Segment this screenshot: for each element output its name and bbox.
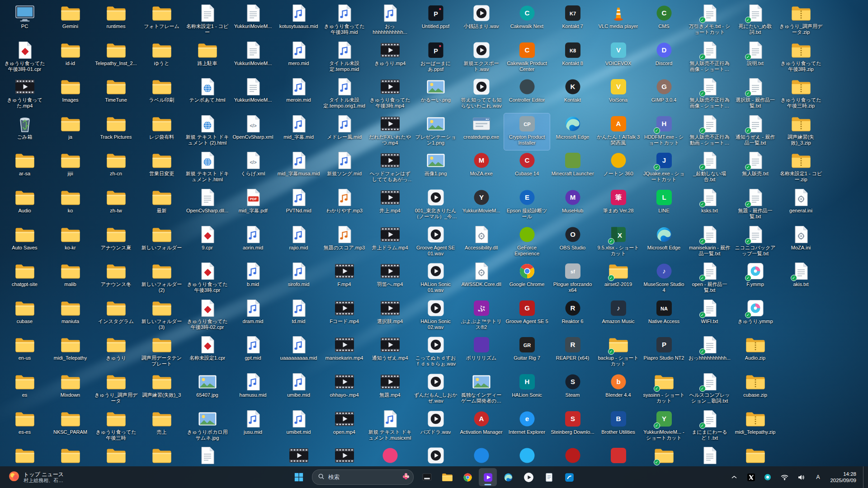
desktop-icon[interactable]: ✓WIFI.txt xyxy=(687,298,732,335)
desktop-icon[interactable]: ar-sa xyxy=(2,150,47,187)
desktop-icon[interactable]: きゅうり_調声用データ xyxy=(93,371,139,408)
desktop-icon[interactable]: アナウンス冬 xyxy=(93,261,139,298)
desktop-icon[interactable]: aorin.mid xyxy=(230,224,276,261)
desktop-icon[interactable] xyxy=(595,445,641,469)
desktop-icon[interactable]: GGroove Agent SE 5 xyxy=(504,298,550,335)
search-highlight-icon[interactable] xyxy=(401,472,410,483)
desktop-icon[interactable]: ヘッドフォンはずしててもあがった.mp4 xyxy=(367,150,413,187)
desktop-icon[interactable]: umibet.mid xyxy=(276,408,321,446)
desktop-icon[interactable]: 調声用データテンプレート xyxy=(139,334,184,371)
desktop-icon[interactable]: ✓ヘルスコンプレッション＿歌詞.txt xyxy=(687,371,732,408)
desktop-icon[interactable]: 通知うぜえ.mp4 xyxy=(367,334,413,371)
desktop-icon[interactable]: HHALion Sonic xyxy=(504,371,550,408)
taskbar-google-chrome[interactable] xyxy=(458,468,476,486)
desktop-icon[interactable]: ✓manisekarin - 親作品一覧.txt xyxy=(687,224,732,261)
desktop-icon[interactable]: id-id xyxy=(47,40,93,77)
start-button[interactable] xyxy=(290,468,308,486)
news-weather-widget[interactable]: トップ ニュース 村上総務相、石… xyxy=(5,466,67,488)
desktop-icon[interactable]: タイトル未設定.tempo.mid xyxy=(321,40,367,77)
desktop-icon[interactable]: CCubase 14 xyxy=(504,150,550,187)
desktop-icon[interactable]: 最新 xyxy=(139,187,184,224)
desktop-icon[interactable]: 井上.mp4 xyxy=(367,187,413,224)
desktop-icon[interactable]: プレゼンテーション1.png xyxy=(413,113,458,150)
desktop-icon[interactable]: ごみ箱 xyxy=(2,113,47,150)
desktop-icon[interactable]: Y✓YukkuriMovieM... - ショートカット xyxy=(641,408,687,446)
desktop-icon[interactable]: インスタグラム xyxy=(93,298,139,335)
desktop-icon[interactable]: VVoiSona xyxy=(595,76,641,113)
desktop-icon[interactable]: X✓9.5.xlsx - ショートカット xyxy=(595,224,641,261)
desktop-icon[interactable]: ✓open - 親作品一覧.txt xyxy=(687,261,732,298)
search-box[interactable]: 検索 xyxy=(312,469,414,485)
desktop-icon[interactable]: chatgpt-site xyxy=(2,261,47,298)
taskbar-media-player[interactable] xyxy=(519,468,538,486)
desktop-icon[interactable]: ゆうと xyxy=(139,40,184,77)
desktop-icon[interactable]: 名称未設定1.cpr xyxy=(184,334,230,371)
desktop-icon[interactable]: zh-cn xyxy=(93,150,139,187)
desktop-icon[interactable]: ✓きゅうり.ymmp xyxy=(732,298,778,335)
desktop-icon[interactable]: ✓説明.txt xyxy=(732,40,778,77)
desktop-icon[interactable]: わかりやす.mp3 xyxy=(321,187,367,224)
desktop-icon[interactable]: general.ini xyxy=(778,187,824,224)
desktop-icon[interactable]: きゅうり食ってた午後3時-01.cpr xyxy=(2,40,47,77)
desktop-icon[interactable]: タイトル未設定.tempo.orig1.mid xyxy=(321,76,367,113)
desktop-icon[interactable]: ポリリリズム xyxy=(458,334,504,371)
desktop-icon[interactable]: 新規 テキスト ドキュメント (2).html xyxy=(184,113,230,150)
desktop-icon[interactable]: ko-kr xyxy=(47,224,93,261)
desktop-icon[interactable]: ♪Amazon Music xyxy=(595,298,641,335)
desktop-icon[interactable]: きゅうり食ってた午後三時 xyxy=(93,408,139,446)
desktop-icon[interactable]: レジ袋有料 xyxy=(139,113,184,150)
taskbar-microsoft-edge[interactable] xyxy=(499,468,517,486)
desktop-icon[interactable]: ✓通知うぜえ - 親作品一覧.txt xyxy=(732,113,778,150)
desktop-icon[interactable]: 筆筆まめ Ver.28 xyxy=(595,187,641,224)
desktop-icon[interactable]: PVTNd.mid xyxy=(276,187,321,224)
desktop-icon[interactable]: きゅうり食ってた午後3時.mid xyxy=(321,3,367,40)
desktop-icon[interactable]: Google Chrome xyxy=(504,261,550,298)
desktop-icon[interactable]: 調声練習(失敗)_3.zip xyxy=(778,113,824,150)
desktop-icon[interactable]: manisekarin.mp4 xyxy=(321,334,367,371)
desktop-icon[interactable]: J✓JQuake.exe - ショートカット xyxy=(641,150,687,187)
desktop-icon[interactable]: midi_Telepathy.zip xyxy=(732,408,778,446)
desktop-icon[interactable]: VVOICEVOX xyxy=(595,40,641,77)
desktop-icon[interactable]: 新規 テキスト ドキュメント.html xyxy=(184,150,230,187)
desktop-icon[interactable]: gpt.mid xyxy=(230,334,276,371)
desktop-icon[interactable]: eInternet Explorer xyxy=(504,408,550,446)
desktop-icon[interactable]: 路上駐車 xyxy=(184,40,230,77)
desktop-icon[interactable]: b.mid xyxy=(230,261,276,298)
desktop-icon[interactable]: uaaaaaaaaa.mid xyxy=(276,334,321,371)
desktop-icon[interactable]: ノートン 360 xyxy=(595,150,641,187)
clock[interactable]: 14:28 2025/09/09 xyxy=(828,471,858,483)
desktop-icon[interactable]: ✓ksks.txt xyxy=(687,187,732,224)
desktop-icon[interactable]: Audio.zip xyxy=(732,334,778,371)
desktop-icon[interactable]: Microsoft Edge xyxy=(550,113,595,150)
desktop-icon[interactable]: bBlender 4.4 xyxy=(595,371,641,408)
desktop-icon[interactable] xyxy=(687,445,732,469)
desktop-icon[interactable]: アナウンス夏 xyxy=(93,224,139,261)
desktop-icon[interactable]: パズドラ.wav xyxy=(413,408,458,446)
desktop-icon[interactable]: 売上 xyxy=(139,408,184,446)
desktop-icon[interactable]: テンポあて.html xyxy=(184,76,230,113)
desktop-icon[interactable]: きゅうり食ってた午後3時.zip xyxy=(778,40,824,77)
desktop-icon[interactable]: PC xyxy=(2,3,47,40)
desktop-icon[interactable]: OOBS Studio xyxy=(550,224,595,261)
desktop-icon[interactable]: BBrother Utilities xyxy=(595,408,641,446)
tray-x-app-icon[interactable] xyxy=(745,470,757,484)
desktop-icon[interactable]: ja xyxy=(47,113,93,150)
desktop-icon[interactable] xyxy=(458,445,504,469)
desktop-icon[interactable]: hamusu.mid xyxy=(230,371,276,408)
desktop-icon[interactable]: 新規 テキスト ドキュメント.musicxml xyxy=(367,408,413,446)
desktop-icon[interactable]: dram.mid xyxy=(230,298,276,335)
desktop-icon[interactable]: mid_字幕musa.mid xyxy=(276,150,321,187)
desktop-icon[interactable]: きゅうり食ってた午後三時.zip xyxy=(778,76,824,113)
desktop-icon[interactable]: ✓F.ymmp xyxy=(732,261,778,298)
desktop-icon[interactable]: </>OpenCvSharp.xml xyxy=(230,113,276,150)
tray-chevron-up-button[interactable] xyxy=(728,470,741,484)
desktop-icon[interactable]: 65407.jpg xyxy=(184,371,230,408)
desktop-icon[interactable]: zh-tw xyxy=(93,187,139,224)
desktop-icon[interactable]: Telepathy_Inst_2... xyxy=(93,40,139,77)
desktop-icon[interactable]: MoZA.ini xyxy=(778,224,824,261)
desktop-icon[interactable]: </>くらげ.xml xyxy=(230,150,276,187)
desktop-icon[interactable]: es xyxy=(2,371,47,408)
ime-indicator[interactable]: A xyxy=(811,470,824,484)
desktop-icon[interactable]: ✓無題 - 親作品一覧.txt xyxy=(732,187,778,224)
desktop-icon[interactable]: MMoZA.exe xyxy=(458,150,504,187)
